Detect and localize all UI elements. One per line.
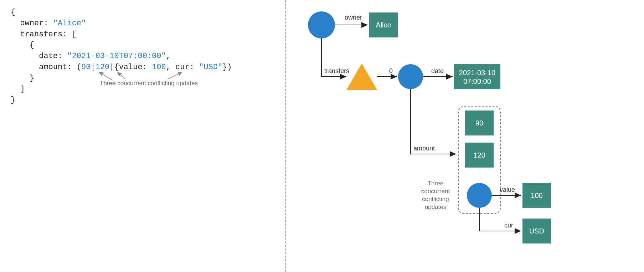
annotation-line: updates	[425, 204, 447, 210]
code-text: owner:	[11, 19, 53, 28]
value-text: 100	[531, 191, 542, 199]
edge-amount	[411, 89, 456, 154]
edge-label-amount: amount	[413, 145, 435, 152]
annotation-text: Three concurrent conflicting updates	[100, 79, 198, 88]
code-value: 90	[81, 63, 91, 72]
code-line: owner: "Alice"	[11, 18, 274, 29]
edge-label-date: date	[431, 67, 444, 75]
value-text: Alice	[376, 21, 391, 29]
code-text: ,	[166, 52, 171, 61]
code-value: "USD"	[199, 63, 222, 72]
list-node	[346, 63, 377, 90]
edge-label-transfers: transfers	[324, 67, 349, 75]
annotation-line: Three	[428, 180, 443, 187]
code-text: |{value:	[109, 63, 152, 72]
value-node-date	[454, 64, 500, 89]
code-value: 100	[152, 63, 166, 72]
edge-label-index: 0	[389, 67, 393, 75]
code-line: transfers: [	[11, 29, 274, 40]
edge-label-value: value	[500, 186, 515, 193]
code-line: amount: (90|120|{value: 100, cur: "USD"}…	[11, 62, 274, 73]
diagram-panel: owner Alice transfers 0 date 2021-03-10 …	[286, 0, 644, 272]
annotation-line: conflicting	[422, 196, 449, 202]
edge-cur	[479, 208, 521, 231]
object-node	[398, 64, 423, 89]
code-line: }	[11, 95, 274, 106]
code-value: 120	[96, 63, 110, 72]
code-text: |	[91, 63, 95, 72]
code-text: })	[222, 63, 232, 72]
code-text: , cur:	[166, 63, 199, 72]
code-text: date:	[11, 52, 67, 61]
annotation-line: concurrent	[421, 188, 450, 195]
graph-diagram: owner Alice transfers 0 date 2021-03-10 …	[286, 0, 642, 272]
code-line: {	[11, 7, 274, 18]
amount-object-node	[467, 183, 492, 208]
root-node	[308, 11, 335, 39]
code-line: {	[11, 40, 274, 51]
code-panel: { owner: "Alice" transfers: [ { date: "2…	[0, 0, 285, 272]
code-line: date: "2021-03-10T07:00:00",	[11, 51, 274, 62]
value-text: 07:00:00	[463, 77, 491, 85]
value-text: 90	[475, 119, 483, 127]
value-text: 2021-03-10	[459, 69, 495, 77]
value-text: 120	[473, 151, 485, 159]
edge-label-owner: owner	[345, 14, 362, 21]
edge-label-cur: cur	[504, 222, 513, 229]
code-value: "Alice"	[53, 19, 86, 28]
code-text: amount: (	[11, 63, 81, 72]
value-text: USD	[529, 227, 544, 235]
code-value: "2021-03-10T07:00:00"	[67, 52, 166, 61]
